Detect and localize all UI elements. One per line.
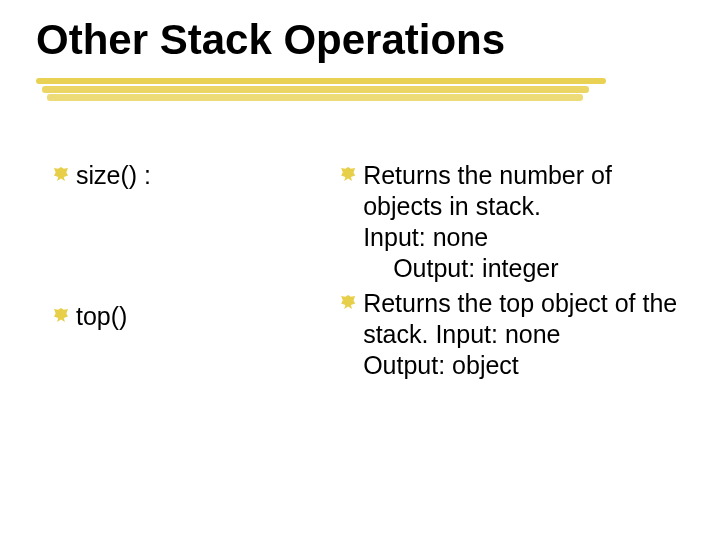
desc-text: Input: none: [363, 223, 488, 251]
bullet-icon: [54, 308, 68, 322]
list-item: Returns the number of objects in stack. …: [341, 160, 680, 284]
description-size: Returns the number of objects in stack. …: [363, 160, 680, 284]
method-name-size: size() :: [76, 160, 151, 191]
list-item: top(): [54, 301, 313, 332]
list-item: size() :: [54, 160, 313, 191]
desc-text: Returns the top object of the stack. Inp…: [363, 289, 677, 348]
desc-text: Returns the number of objects in stack.: [363, 161, 612, 220]
method-name-top: top(): [76, 301, 127, 332]
list-item: Returns the top object of the stack. Inp…: [341, 288, 680, 381]
title-underline: [36, 78, 606, 108]
bullet-icon: [54, 167, 68, 181]
bullet-icon: [341, 167, 355, 181]
left-column: size() : top(): [54, 160, 313, 381]
description-top: Returns the top object of the stack. Inp…: [363, 288, 680, 381]
slide: Other Stack Operations size() : top() Re…: [0, 0, 720, 540]
right-column: Returns the number of objects in stack. …: [341, 160, 680, 381]
desc-text: Output: object: [363, 351, 519, 379]
desc-text: Output: integer: [363, 254, 558, 282]
slide-title: Other Stack Operations: [36, 16, 505, 64]
bullet-icon: [341, 295, 355, 309]
content-area: size() : top() Returns the number of obj…: [54, 160, 680, 381]
